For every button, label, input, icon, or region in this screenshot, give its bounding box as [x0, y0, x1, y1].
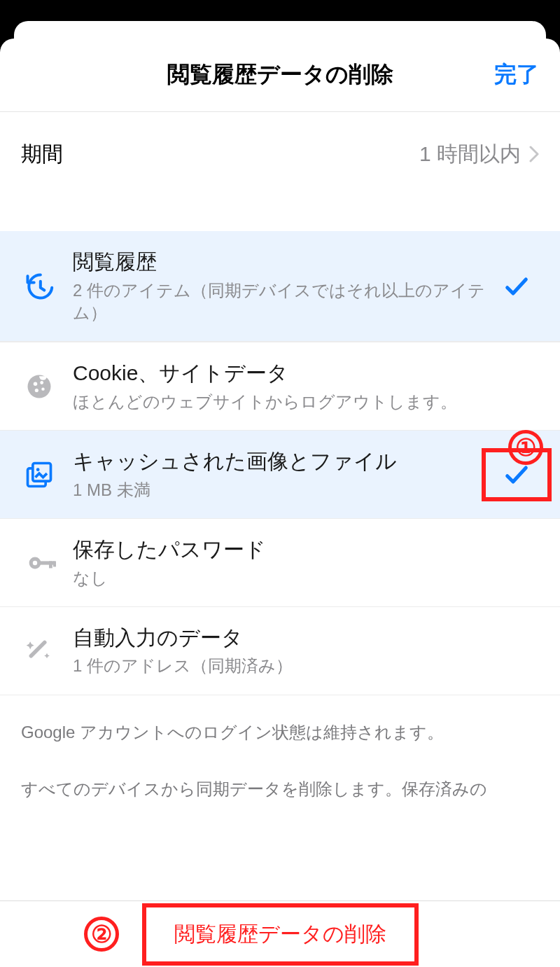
time-range-row[interactable]: 期間 1 時間以内 — [0, 112, 560, 196]
item-subtitle: ほとんどのウェブサイトからログアウトします。 — [73, 391, 487, 413]
cookie-icon — [24, 371, 73, 402]
key-icon — [24, 546, 73, 580]
item-browsing-history[interactable]: 閲覧履歴 2 件のアイテム（同期デバイスではそれ以上のアイテム） — [0, 231, 560, 342]
modal-header: 閲覧履歴データの削除 完了 — [0, 39, 560, 112]
item-autofill[interactable]: 自動入力のデータ 1 件のアドレス（同期済み） — [0, 607, 560, 695]
svg-point-9 — [33, 560, 37, 564]
checkmark-icon — [494, 272, 539, 300]
modal-sheet: 閲覧履歴データの削除 完了 期間 1 時間以内 閲覧履歴 2 件のアイテム（同期… — [0, 39, 560, 967]
wand-icon — [24, 635, 73, 666]
done-button[interactable]: 完了 — [494, 39, 539, 111]
svg-rect-11 — [49, 561, 52, 568]
item-subtitle: 1 件のアドレス（同期済み） — [73, 655, 487, 677]
svg-point-7 — [36, 468, 40, 471]
image-stack-icon — [24, 459, 73, 490]
time-range-value-wrap: 1 時間以内 — [419, 140, 539, 169]
svg-point-3 — [35, 389, 38, 392]
svg-point-1 — [34, 382, 38, 386]
history-icon — [24, 271, 73, 302]
delete-browsing-data-button[interactable]: 閲覧履歴データの削除 — [142, 903, 419, 966]
annotation-callout-1: ① — [508, 430, 543, 465]
annotation-callout-2: ② — [84, 917, 119, 952]
svg-rect-6 — [33, 463, 51, 481]
item-cached-images[interactable]: キャッシュされた画像とファイル 1 MB 未満 — [0, 431, 560, 519]
item-title: 閲覧履歴 — [73, 248, 487, 277]
time-range-label: 期間 — [21, 140, 63, 169]
checkmark-highlighted — [494, 461, 539, 489]
item-subtitle: なし — [73, 567, 487, 590]
footer-note-2: すべてのデバイスから同期データを削除します。保存済みの — [0, 752, 560, 802]
item-subtitle: 1 MB 未満 — [73, 479, 487, 501]
item-title: キャッシュされた画像とファイル — [73, 447, 487, 476]
svg-rect-12 — [53, 561, 56, 566]
item-cookies[interactable]: Cookie、サイトデータ ほとんどのウェブサイトからログアウトします。 — [0, 342, 560, 431]
svg-point-2 — [40, 381, 43, 384]
footer-note-1: Google アカウントへのログイン状態は維持されます。 — [0, 695, 560, 752]
svg-point-0 — [28, 375, 51, 398]
svg-point-4 — [41, 387, 44, 390]
content-area: 期間 1 時間以内 閲覧履歴 2 件のアイテム（同期デバイスではそれ以上のアイテ… — [0, 112, 560, 900]
item-title: Cookie、サイトデータ — [73, 359, 487, 388]
item-subtitle: 2 件のアイテム（同期デバイスではそれ以上のアイテム） — [73, 279, 487, 325]
item-saved-passwords[interactable]: 保存したパスワード なし — [0, 519, 560, 607]
item-title: 自動入力のデータ — [73, 624, 487, 653]
time-range-value: 1 時間以内 — [419, 140, 521, 169]
chevron-right-icon — [529, 146, 539, 162]
item-title: 保存したパスワード — [73, 536, 487, 564]
page-title: 閲覧履歴データの削除 — [167, 60, 393, 90]
